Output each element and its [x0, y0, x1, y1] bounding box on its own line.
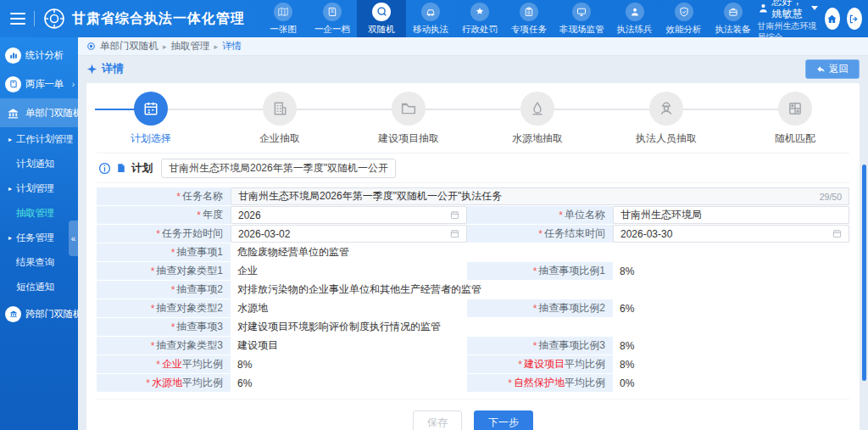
- form-row: 年度 2026 单位名称 甘南州生态环境局: [97, 206, 849, 224]
- sidebar-sub-sms-notice[interactable]: 短信通知: [0, 275, 78, 299]
- sidebar-sub-work-plan[interactable]: ▸ 工作计划管理: [0, 127, 78, 152]
- officer-icon: [649, 92, 683, 126]
- item2-value: 对排放污染物的企业事业单位和其他生产经营者的监管: [231, 281, 849, 299]
- vertical-scrollbar-thumb[interactable]: [862, 165, 866, 381]
- bank-icon: [5, 105, 21, 121]
- nav-label: 专项任务: [511, 24, 547, 36]
- step-label: 企业抽取: [259, 131, 300, 146]
- avg-enterprise-value: 8%: [231, 355, 467, 373]
- nav-double-random[interactable]: 双随机: [357, 0, 406, 37]
- plan-label: 计划: [131, 161, 153, 176]
- back-button[interactable]: 返回: [805, 59, 860, 79]
- breadcrumb-item-current: 详情: [222, 40, 242, 53]
- sidebar-sub-extract-manage[interactable]: 抽取管理: [0, 201, 78, 226]
- sidebar-sub-label: 计划通知: [16, 158, 54, 170]
- step-officer-extract[interactable]: 执法人员抽取: [602, 92, 731, 146]
- sidebar-submenu: ▸ 工作计划管理 计划通知 ▸ 计划管理 抽取管理 ▸ 任务管理 结果查询 短信…: [0, 127, 78, 299]
- home-button[interactable]: [825, 8, 840, 30]
- sidebar-sub-plan-notice[interactable]: 计划通知: [0, 152, 78, 176]
- breadcrumb-separator: ▸: [163, 42, 167, 51]
- sidebar-item-two-db-one-list[interactable]: 两库一单 ›: [0, 70, 78, 98]
- sidebar-sub-result-query[interactable]: 结果查询: [0, 250, 78, 275]
- sidebar-item-single-dept-random[interactable]: 单部门双随机 ⌄: [0, 98, 78, 127]
- calendar-icon: [450, 210, 459, 220]
- document-icon: [116, 163, 126, 173]
- form-row: 企业平均比例 8% 建设项目平均比例 8%: [97, 355, 849, 373]
- item1-value: 危险废物经营单位的监管: [231, 243, 849, 261]
- sidebar-sub-label: 任务管理: [16, 232, 54, 244]
- step-project-extract[interactable]: 建设项目抽取: [344, 92, 473, 146]
- sidebar-sub-plan-manage[interactable]: ▸ 计划管理: [0, 176, 78, 201]
- header-right: 您好，姚敏慧 甘南州生态环境局综合: [758, 0, 868, 37]
- org-input[interactable]: 甘南州生态环境局: [613, 206, 849, 224]
- form-row: 任务开始时间 2026-03-02 任务结束时间 2026-03-30: [97, 225, 849, 243]
- field-label-type3: 抽查对象类型3: [97, 337, 231, 355]
- arrow-right-icon: ▸: [8, 234, 12, 242]
- building-icon: [263, 92, 297, 126]
- year-input[interactable]: 2026: [231, 206, 467, 224]
- sidebar-item-statistics[interactable]: 统计分析: [0, 41, 78, 70]
- task-name-input[interactable]: 甘南州生态环境局2026年第一季度"双随机一公开"执法任务 29/50: [231, 187, 849, 205]
- end-date-input[interactable]: 2026-03-30: [613, 225, 849, 243]
- box-icon: [724, 3, 743, 21]
- field-label-ratio2: 抽查事项比例2: [467, 299, 613, 317]
- nav-efficiency-analysis[interactable]: 效能分析: [659, 0, 709, 37]
- user-greeting: 您好，姚敏慧: [772, 0, 806, 20]
- nav-mobile-enforcement[interactable]: 移动执法: [406, 0, 455, 37]
- avg-water-value: 6%: [231, 374, 467, 392]
- breadcrumb-item[interactable]: 抽取管理: [171, 40, 210, 53]
- nav-one-map[interactable]: 一张图: [259, 0, 308, 37]
- nav-enforcement-equipment[interactable]: 执法装备: [709, 0, 758, 37]
- sidebar: 统计分析 两库一单 › 单部门双随机 ⌄ ▸ 工作计划管理 计划通知: [0, 37, 78, 430]
- archive-icon: [323, 3, 342, 21]
- sidebar-item-label: 跨部门双随机: [25, 308, 82, 321]
- field-label-avg-nature: 自然保护地平均比例: [467, 374, 613, 392]
- step-enterprise-extract[interactable]: 企业抽取: [215, 92, 344, 146]
- sidebar-sub-task-manage[interactable]: ▸ 任务管理: [0, 226, 78, 250]
- save-button[interactable]: 保存: [413, 410, 462, 430]
- ratio2-value: 6%: [613, 299, 849, 317]
- nav-label: 移动执法: [413, 24, 448, 36]
- form-row: 抽查对象类型2 水源地 抽查事项比例2 6%: [97, 299, 849, 317]
- detail-card: 计划选择 企业抽取 建设项目抽取: [86, 83, 860, 430]
- badge-icon: [470, 3, 489, 21]
- sidebar-sub-label: 工作计划管理: [16, 133, 73, 146]
- shield-icon: [675, 3, 693, 21]
- plan-tag[interactable]: 甘南州生态环境局2026年第一季度"双随机一公开: [161, 159, 396, 178]
- sidebar-item-cross-dept-random[interactable]: 跨部门双随机 ›: [0, 299, 78, 328]
- nav-admin-penalty[interactable]: 行政处罚: [455, 0, 504, 37]
- arrow-right-icon: ▸: [8, 185, 12, 193]
- avg-project-value: 8%: [613, 355, 849, 373]
- chart-icon: [5, 47, 21, 64]
- nav-offsite-supervision[interactable]: 非现场监管: [554, 0, 610, 37]
- start-date-input[interactable]: 2026-03-02: [231, 225, 467, 243]
- main-content: 单部门双随机 ▸ 抽取管理 ▸ 详情 详情 返回: [78, 37, 868, 430]
- type3-value: 建设项目: [231, 337, 467, 355]
- nav-label: 执法练兵: [617, 24, 653, 36]
- nav-special-task[interactable]: 专项任务: [504, 0, 554, 37]
- clipboard-icon: [520, 3, 538, 21]
- car-icon: [421, 3, 440, 21]
- compass-icon: [86, 64, 97, 75]
- sidebar-collapse-handle[interactable]: «: [69, 221, 78, 256]
- header-left: 甘肃省综合执法一体化管理: [0, 0, 245, 37]
- step-random-match[interactable]: 随机匹配: [731, 92, 860, 146]
- plan-detail-form: 任务名称 甘南州生态环境局2026年第一季度"双随机一公开"执法任务 29/50…: [86, 183, 860, 392]
- nav-enforcement-training[interactable]: 执法练兵: [610, 0, 659, 37]
- logout-button[interactable]: [847, 8, 862, 30]
- sidebar-sub-label: 结果查询: [16, 256, 54, 269]
- menu-toggle-icon[interactable]: [10, 13, 25, 25]
- nav-one-enterprise-file[interactable]: 一企一档: [308, 0, 357, 37]
- step-plan-select[interactable]: 计划选择: [86, 92, 215, 146]
- sidebar-sub-label: 短信通知: [16, 281, 54, 293]
- field-label-org: 单位名称: [467, 206, 613, 224]
- user-menu[interactable]: 您好，姚敏慧 甘南州生态环境局综合: [758, 0, 818, 42]
- field-label-start-time: 任务开始时间: [97, 225, 231, 243]
- breadcrumb-item[interactable]: 单部门双随机: [100, 40, 159, 53]
- info-icon: [98, 162, 111, 175]
- next-step-button[interactable]: 下一步: [474, 410, 533, 430]
- ratio3-value: 8%: [613, 337, 849, 355]
- step-water-extract[interactable]: 水源地抽取: [473, 92, 602, 146]
- type1-value: 企业: [231, 262, 467, 280]
- nav-label: 效能分析: [666, 24, 702, 36]
